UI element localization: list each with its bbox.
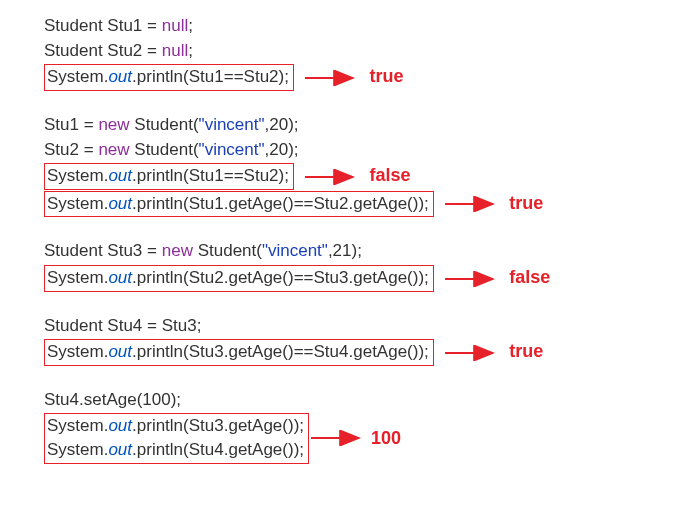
result-label: true (369, 66, 403, 86)
arrow-icon (443, 196, 497, 212)
arrow-icon (443, 271, 497, 287)
result-label: true (509, 341, 543, 361)
highlight-box: System.out.println(Stu1==Stu2); (44, 163, 294, 190)
highlight-box: System.out.println(Stu1.getAge()==Stu2.g… (44, 191, 434, 218)
line-cmp-age-3-4: System.out.println(Stu3.getAge()==Stu4.g… (44, 338, 693, 366)
highlight-box: System.out.println(Stu1==Stu2); (44, 64, 294, 91)
result-label: false (369, 165, 410, 185)
result-label: false (509, 267, 550, 287)
highlight-box: System.out.println(Stu3.getAge()); Syste… (44, 413, 309, 464)
line-cmp-age-2-3: System.out.println(Stu2.getAge()==Stu3.g… (44, 264, 693, 292)
line-cmp-age-1-2: System.out.println(Stu1.getAge()==Stu2.g… (44, 190, 693, 218)
arrow-icon (309, 430, 363, 446)
highlight-box: System.out.println(Stu3.getAge()==Stu4.g… (44, 339, 434, 366)
line-decl-stu3: Student Stu3 = new Student("vincent",21)… (44, 239, 693, 264)
line-cmp-ref: System.out.println(Stu1==Stu2); false (44, 162, 693, 190)
line-decl-stu1: Student Stu1 = null; (44, 14, 693, 39)
arrow-icon (303, 169, 357, 185)
arrow-icon (443, 345, 497, 361)
line-new-stu1: Stu1 = new Student("vincent",20); (44, 113, 693, 138)
line-cmp-null: System.out.println(Stu1==Stu2); true (44, 63, 693, 91)
arrow-icon (303, 70, 357, 86)
result-label: 100 (371, 425, 401, 451)
line-decl-stu4: Student Stu4 = Stu3; (44, 314, 693, 339)
line-new-stu2: Stu2 = new Student("vincent",20); (44, 138, 693, 163)
line-print-ages: System.out.println(Stu3.getAge()); Syste… (44, 413, 401, 464)
line-decl-stu2: Student Stu2 = null; (44, 39, 693, 64)
highlight-box: System.out.println(Stu2.getAge()==Stu3.g… (44, 265, 434, 292)
result-label: true (509, 193, 543, 213)
line-setage: Stu4.setAge(100); (44, 388, 693, 413)
